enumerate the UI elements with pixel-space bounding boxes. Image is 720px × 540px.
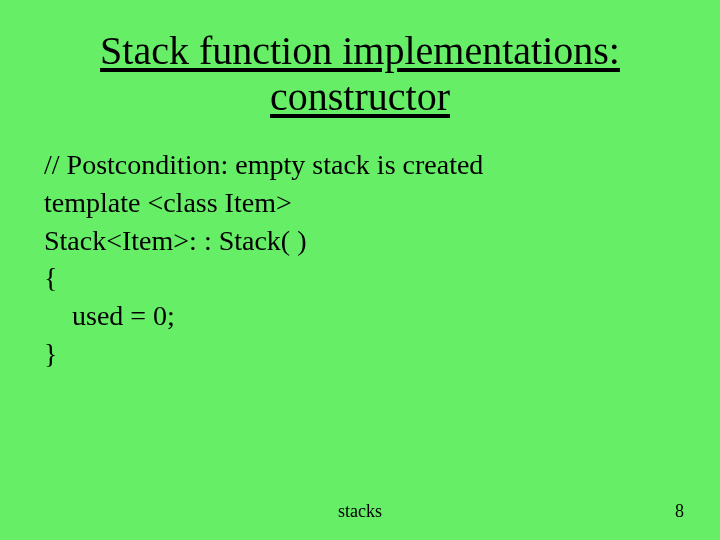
code-line-4: { bbox=[44, 259, 680, 297]
code-line-5: used = 0; bbox=[44, 297, 680, 335]
page-number: 8 bbox=[675, 501, 684, 522]
slide-title: Stack function implementations: construc… bbox=[40, 28, 680, 120]
code-line-1: // Postcondition: empty stack is created bbox=[44, 146, 680, 184]
title-line-1: Stack function implementations: bbox=[100, 28, 620, 73]
slide-container: Stack function implementations: construc… bbox=[0, 0, 720, 540]
footer-label: stacks bbox=[0, 501, 720, 522]
code-line-2: template <class Item> bbox=[44, 184, 680, 222]
code-line-6: } bbox=[44, 335, 680, 373]
slide-body: // Postcondition: empty stack is created… bbox=[40, 146, 680, 373]
code-line-3: Stack<Item>: : Stack( ) bbox=[44, 222, 680, 260]
title-line-2: constructor bbox=[270, 74, 450, 119]
